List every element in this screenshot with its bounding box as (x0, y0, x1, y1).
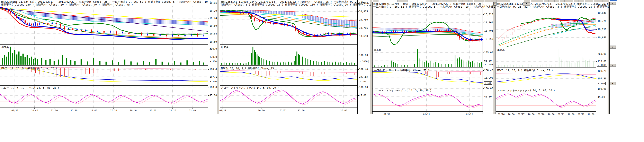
toolbar-fragment[interactable] (594, 0, 602, 2)
toolbar-fragment[interactable] (524, 0, 530, 2)
volume-pane[interactable] (220, 44, 358, 65)
toolbar-fragment[interactable] (379, 0, 398, 2)
axis-tick (358, 77, 358, 77)
toolbar-fragment[interactable] (398, 0, 407, 2)
window-edge-strip[interactable] (494, 2, 495, 114)
indicator-axis-label: 45.00 (484, 95, 492, 98)
pane-restore-button[interactable]: ◤ (610, 64, 616, 67)
toolbar-fragment[interactable] (463, 0, 468, 2)
toolbar-fragment[interactable] (554, 0, 559, 2)
pane-separator (0, 85, 208, 86)
axis-tick (596, 71, 597, 71)
pane-restore-button[interactable]: ◤ (610, 2, 616, 5)
volume-pane-label: 出来高 (2, 46, 9, 49)
price-axis-label: 10,795 (210, 10, 218, 12)
toolbar-fragment[interactable] (458, 0, 463, 2)
time-axis-label: 21:20 (169, 109, 176, 112)
pane-separator (0, 65, 208, 66)
pane-restore-button[interactable]: ◤ (610, 46, 616, 49)
toolbar-fragment[interactable] (510, 0, 523, 2)
time-axis-label: 02/22 (466, 113, 473, 116)
toolbar-fragment[interactable] (436, 0, 442, 2)
axis-tick (596, 79, 597, 79)
axis-tick (483, 23, 484, 23)
toolbar-fragment[interactable] (431, 0, 436, 2)
volume-pane[interactable] (0, 44, 208, 65)
toolbar-fragment[interactable] (442, 0, 447, 2)
axis-multiplier-badge: × 100 (358, 80, 367, 83)
toolbar-fragment[interactable] (496, 0, 510, 2)
time-axis-tick (511, 111, 511, 112)
chart-window-5min[interactable]: 日経225mini 11/03( 5分, 2011/02/17 - 2011/0… (0, 0, 219, 114)
price-pane[interactable] (372, 8, 482, 47)
price-pane[interactable] (0, 6, 208, 44)
toolbar-fragment[interactable] (408, 0, 425, 2)
chart-window-15min[interactable]: 日経225mini 11/03( 15分, 2011/02/14 - 2011/… (220, 0, 372, 114)
volume-pane[interactable] (372, 47, 482, 67)
window-edge-strip[interactable] (608, 2, 610, 114)
toolbar-fragment[interactable] (531, 0, 543, 2)
toolbar-fragment[interactable] (565, 0, 573, 2)
toolbar-fragment[interactable] (373, 0, 378, 2)
time-axis-label: 02/16 (498, 113, 504, 116)
price-axis-column: 10,87010,81510,76010,70510,650100.00108.… (358, 0, 372, 114)
price-axis-label: 10,770 (598, 20, 606, 22)
axis-tick (596, 54, 597, 54)
time-axis-tick (387, 111, 387, 112)
chart-window-30min[interactable]: 日経225mini 11/03( 30分, 2011/02/14 - 2011/… (372, 2, 496, 114)
dropdown-arrow-button[interactable]: ▼ (523, 2, 530, 6)
price-axis-label: 10,695 (210, 25, 218, 27)
indicator-axis-label: 170.00 (210, 56, 218, 58)
toolbar-fragment[interactable] (447, 0, 452, 2)
toolbar-fragment[interactable] (549, 0, 554, 2)
toolbar-fragment[interactable] (452, 0, 458, 2)
pane-restore-button[interactable]: ◤ (610, 82, 616, 85)
axis-tick (208, 26, 209, 26)
axis-tick (208, 57, 209, 57)
price-axis-label: 10,815 (484, 13, 493, 16)
toolbar-fragment[interactable] (474, 0, 484, 2)
toolbar-fragment[interactable] (485, 0, 496, 2)
stochastics-pane-label: スロー・ストキャスティクス( 14, 3, 80, 20 ) (374, 89, 432, 92)
axis-multiplier-badge: × 100 (209, 60, 218, 63)
price-axis-label: 10,705 (484, 30, 493, 32)
time-axis-tick (301, 108, 301, 109)
time-axis-tick (501, 111, 501, 112)
window-edge-strip[interactable] (370, 0, 372, 114)
time-axis-tick (74, 108, 74, 109)
price-axis-label: 10,850 (210, 2, 218, 4)
price-pane[interactable] (220, 6, 358, 44)
pane-separator (496, 88, 596, 88)
time-axis-tick (571, 111, 571, 112)
volume-pane[interactable] (496, 47, 596, 67)
volume-pane-label: 出来高 (221, 46, 228, 49)
toolbar-fragment[interactable] (579, 0, 584, 2)
indicator-axis-label: 100.00 (359, 54, 368, 56)
price-axis-label: 10,830 (598, 12, 606, 14)
dropdown-arrow-button[interactable]: ▼ (494, 2, 496, 6)
toolbar-fragment[interactable] (574, 0, 578, 2)
toolbar-fragment[interactable] (468, 0, 474, 2)
time-axis-label: 02/18 (384, 113, 390, 116)
axis-tick (483, 78, 484, 78)
time-axis-tick (153, 108, 153, 109)
indicator-axis-label: 107.00 (484, 77, 493, 79)
indicator-axis-label: 100.00 (210, 86, 218, 89)
time-axis-tick (133, 108, 134, 109)
time-axis-label: 16:30 (508, 113, 514, 116)
axis-tick (483, 97, 484, 97)
axis-multiplier-badge: × 1000 (597, 64, 607, 67)
toolbar-fragment[interactable] (585, 0, 593, 2)
price-pane[interactable] (496, 8, 596, 47)
axis-tick (596, 21, 597, 21)
toolbar-fragment[interactable] (560, 0, 565, 2)
price-axis-label: 10,760 (359, 19, 368, 21)
toolbar-fragment[interactable] (602, 0, 609, 2)
toolbar-fragment[interactable] (426, 0, 431, 2)
time-axis-tick (541, 111, 541, 112)
window-edge-strip[interactable] (217, 0, 219, 114)
chart-window-60min[interactable]: 日経225mini 11/03( 60分, 2011/02/14 - 2011/… (496, 2, 610, 114)
toolbar-fragment[interactable] (544, 0, 549, 2)
axis-tick (483, 31, 484, 31)
pane-separator (496, 67, 596, 68)
